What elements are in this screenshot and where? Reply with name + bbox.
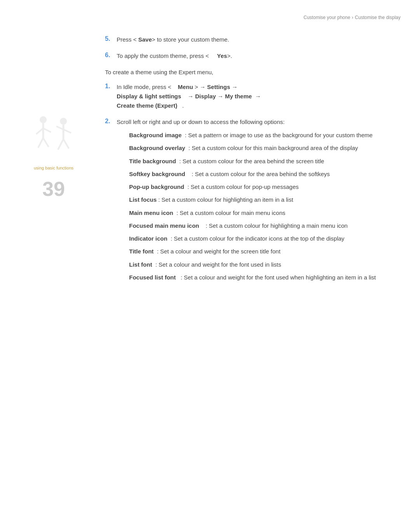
option-list-font: List font : Set a colour and weight for … <box>129 260 397 269</box>
svg-line-3 <box>43 128 51 132</box>
option-softkey-background: Softkey background : Set a custom colour… <box>129 169 397 178</box>
option-list-focus: List focus : Set a custom colour for hig… <box>129 195 397 204</box>
breadcrumb-separator: › <box>352 15 354 20</box>
step-2-number: 2. <box>105 117 117 125</box>
main-content: 5. Press < Save> to store your custom th… <box>105 0 397 286</box>
option-background-image: Background image : Set a pattern or imag… <box>129 131 397 140</box>
svg-line-9 <box>63 129 71 133</box>
sidebar-label: using basic functions <box>34 166 74 170</box>
intro-text: To create a theme using the Expert menu, <box>105 68 397 77</box>
svg-line-5 <box>43 138 49 147</box>
option-focused-main-menu-icon: Focused main menu icon : Set a custom co… <box>129 221 397 230</box>
step-2-text: Scroll left or right and up or down to a… <box>117 117 397 286</box>
option-title-font: Title font : Set a colour and weight for… <box>129 247 397 256</box>
step-1-text: In Idle mode, press < Menu > → Settings … <box>117 82 397 110</box>
sidebar: using basic functions 39 <box>19 113 89 201</box>
options-list: Background image : Set a pattern or imag… <box>129 131 397 282</box>
step-6-text: To apply the custom theme, press < Yes>. <box>117 51 397 61</box>
step-5-number: 5. <box>105 35 117 42</box>
option-focused-list-font: Focused list font : Set a colour and wei… <box>129 273 397 282</box>
option-title-background: Title background : Set a custom colour f… <box>129 157 397 166</box>
svg-point-6 <box>60 118 67 125</box>
svg-line-2 <box>36 128 43 134</box>
breadcrumb: Customise your phone › Customise the dis… <box>304 15 401 20</box>
step-6-number: 6. <box>105 51 117 59</box>
svg-line-4 <box>38 138 43 148</box>
step-5-text: Press < Save> to store your custom theme… <box>117 35 397 44</box>
option-indicator-icon: Indicator icon : Set a custom colour for… <box>129 234 397 243</box>
step-1: 1. In Idle mode, press < Menu > → Settin… <box>105 82 397 110</box>
page-number: 39 <box>42 177 65 201</box>
option-popup-background: Pop-up background : Set a custom colour … <box>129 182 397 191</box>
step-5: 5. Press < Save> to store your custom th… <box>105 35 397 44</box>
svg-point-0 <box>40 116 47 123</box>
step-2: 2. Scroll left or right and up or down t… <box>105 117 397 286</box>
svg-line-8 <box>56 126 63 129</box>
option-background-overlay: Background overlay : Set a custom colour… <box>129 143 397 152</box>
step-6: 6. To apply the custom theme, press < Ye… <box>105 51 397 61</box>
breadcrumb-part2: Customise the display <box>355 15 401 20</box>
option-main-menu-icon: Main menu icon : Set a custom colour for… <box>129 208 397 217</box>
sidebar-decoration-icon <box>28 113 79 163</box>
svg-line-10 <box>58 139 63 150</box>
svg-line-11 <box>63 139 69 148</box>
step-1-number: 1. <box>105 82 117 90</box>
breadcrumb-part1: Customise your phone <box>304 15 350 20</box>
